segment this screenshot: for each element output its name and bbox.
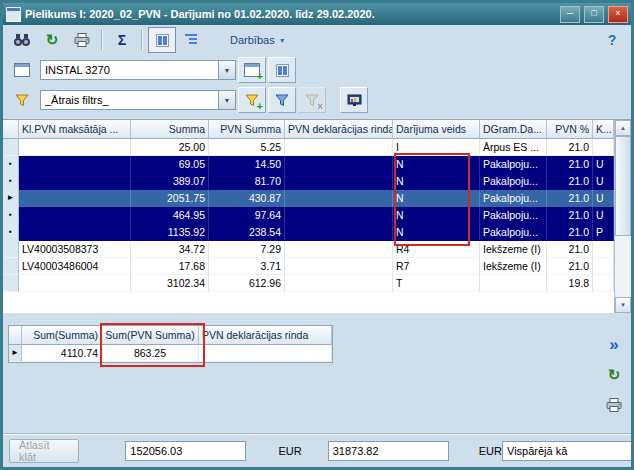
- grid-cell[interactable]: [19, 224, 131, 241]
- grid-cell[interactable]: 21.0: [547, 156, 593, 173]
- grid-cell[interactable]: 4110.74: [22, 345, 102, 362]
- scroll-up-icon[interactable]: ▲: [615, 120, 631, 136]
- column-header-pvn-[interactable]: PVN %: [547, 120, 593, 139]
- grid-cell[interactable]: LV40003508373: [19, 241, 131, 258]
- column-header-sum-pvn-summa-[interactable]: Sum(PVN Summa): [102, 326, 199, 345]
- row-selector[interactable]: [3, 241, 19, 258]
- sum-button[interactable]: Σ: [108, 27, 136, 53]
- grid-cell[interactable]: 25.00: [131, 139, 209, 156]
- grid-cell[interactable]: 17.68: [131, 258, 209, 275]
- grid-cell[interactable]: I: [393, 139, 480, 156]
- select-add-button[interactable]: Atlasīt klāt: [9, 439, 79, 463]
- column-header-k-[interactable]: K...: [593, 120, 614, 139]
- grid-cell[interactable]: [19, 275, 131, 292]
- vat-mode-combo[interactable]: Vispārējā kā: [502, 441, 633, 461]
- grid-cell[interactable]: N: [393, 156, 480, 173]
- vat-amount-field[interactable]: 31873.82: [328, 441, 449, 461]
- grid-cell[interactable]: 69.05: [131, 156, 209, 173]
- close-button[interactable]: ×: [608, 6, 628, 23]
- grid-cell[interactable]: Pakalpoju...: [480, 173, 547, 190]
- grid-cell[interactable]: 3102.34: [131, 275, 209, 292]
- grid-cell[interactable]: 21.0: [547, 190, 593, 207]
- grid-cell[interactable]: 238.54: [209, 224, 285, 241]
- grid-cell[interactable]: [593, 139, 614, 156]
- grid-row[interactable]: ▪1135.92238.54NPakalpoju...21.0P: [3, 224, 614, 241]
- grid-cell[interactable]: [19, 139, 131, 156]
- grid-cell[interactable]: 21.0: [547, 173, 593, 190]
- grid-cell[interactable]: 430.87: [209, 190, 285, 207]
- print-summary-button[interactable]: [604, 395, 624, 415]
- grid-cell[interactable]: 97.64: [209, 207, 285, 224]
- column-header-summa[interactable]: Summa: [131, 120, 209, 139]
- grid-cell[interactable]: 21.0: [547, 258, 593, 275]
- columns-view-button[interactable]: [148, 27, 176, 53]
- total-amount-field[interactable]: 152056.03: [125, 441, 246, 461]
- titlebar[interactable]: Pielikums I: 2020_02_PVN - Darījumi no 0…: [3, 3, 631, 25]
- grid-row[interactable]: ▪464.9597.64NPakalpoju...21.0U: [3, 207, 614, 224]
- grid-cell[interactable]: [285, 275, 393, 292]
- refresh-summary-button[interactable]: ↻: [604, 365, 624, 385]
- grid-cell[interactable]: [285, 241, 393, 258]
- grid-cell[interactable]: N: [393, 224, 480, 241]
- grid-cell[interactable]: 612.96: [209, 275, 285, 292]
- grid-cell[interactable]: [285, 258, 393, 275]
- row-selector[interactable]: ►: [3, 190, 19, 207]
- grid-cell[interactable]: [593, 275, 614, 292]
- quick-filter-combo[interactable]: _Ātrais filtrs_ ▼: [40, 90, 236, 110]
- grid-cell[interactable]: Pakalpoju...: [480, 156, 547, 173]
- grid-cell[interactable]: N: [393, 190, 480, 207]
- grid-cell[interactable]: [593, 258, 614, 275]
- grid-cell[interactable]: [285, 156, 393, 173]
- row-selector[interactable]: ▪: [3, 173, 19, 190]
- grid-cell[interactable]: R7: [393, 258, 480, 275]
- advanced-filter-button[interactable]: [340, 87, 368, 113]
- scrollbar-track[interactable]: [615, 236, 631, 297]
- chevron-down-icon[interactable]: ▼: [218, 91, 235, 109]
- row-selector[interactable]: [3, 258, 19, 275]
- group-tree-button[interactable]: [178, 27, 206, 53]
- goto-button[interactable]: »: [604, 335, 624, 355]
- grid-row[interactable]: ▪389.0781.70NPakalpoju...21.0U: [3, 173, 614, 190]
- grid-cell[interactable]: T: [393, 275, 480, 292]
- print-button[interactable]: [68, 27, 96, 53]
- grid-cell[interactable]: Iekšzeme (I): [480, 241, 547, 258]
- grid-cell[interactable]: Ārpus ES ...: [480, 139, 547, 156]
- minimize-button[interactable]: ─: [560, 6, 580, 23]
- grid-cell[interactable]: 21.0: [547, 139, 593, 156]
- search-button[interactable]: [8, 27, 36, 53]
- grid-cell[interactable]: [593, 241, 614, 258]
- grid-cell[interactable]: 1135.92: [131, 224, 209, 241]
- scrollbar-thumb[interactable]: [615, 136, 631, 236]
- grid-cell[interactable]: P: [593, 224, 614, 241]
- grid-row[interactable]: 3102.34612.96T19.8: [3, 275, 614, 292]
- row-selector[interactable]: [3, 139, 19, 156]
- grid-row[interactable]: LV4000350837334.727.29R4Iekšzeme (I)21.0: [3, 241, 614, 258]
- grid-cell[interactable]: 5.25: [209, 139, 285, 156]
- column-header-kl-pvn-maks-t-ja-[interactable]: Kl.PVN maksātāja ...: [19, 120, 131, 139]
- row-selector[interactable]: ▪: [3, 207, 19, 224]
- actions-menu[interactable]: Darbības ▼: [222, 28, 294, 52]
- row-selector[interactable]: ►: [9, 345, 22, 362]
- column-header-dgram-da-[interactable]: DGram.Da...: [480, 120, 547, 139]
- grid-cell[interactable]: U: [593, 190, 614, 207]
- grid-cell[interactable]: [199, 345, 332, 362]
- grid-cell[interactable]: 21.0: [547, 207, 593, 224]
- row-selector[interactable]: ▪: [3, 156, 19, 173]
- grid-cell[interactable]: Pakalpoju...: [480, 224, 547, 241]
- grid-cell[interactable]: [19, 156, 131, 173]
- grid-cell[interactable]: N: [393, 173, 480, 190]
- grid-cell[interactable]: U: [593, 156, 614, 173]
- grid-cell[interactable]: 21.0: [547, 224, 593, 241]
- grid-row[interactable]: ▪69.0514.50NPakalpoju...21.0U: [3, 156, 614, 173]
- maximize-button[interactable]: □: [584, 6, 604, 23]
- column-header-dar-juma-veids[interactable]: Darījuma veids▲: [393, 120, 480, 139]
- grid-cell[interactable]: 3.71: [209, 258, 285, 275]
- grid-cell[interactable]: [19, 190, 131, 207]
- grid-cell[interactable]: 2051.75: [131, 190, 209, 207]
- grid-cell[interactable]: [285, 173, 393, 190]
- grid-cell[interactable]: 863.25: [102, 345, 199, 362]
- grid-cell[interactable]: Pakalpoju...: [480, 190, 547, 207]
- grid-cell[interactable]: [19, 207, 131, 224]
- grid-cell[interactable]: 14.50: [209, 156, 285, 173]
- row-selector[interactable]: ▪: [3, 224, 19, 241]
